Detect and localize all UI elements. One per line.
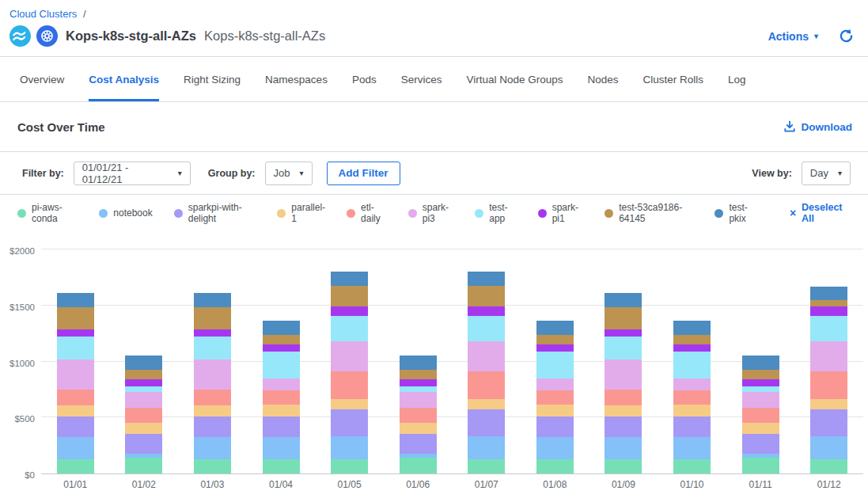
bar-segment-test-53ca9186-64145[interactable] <box>742 370 779 379</box>
bar-segment-pi-aws-conda[interactable] <box>400 458 437 473</box>
bar-segment-pi-aws-conda[interactable] <box>810 459 847 473</box>
bar-segment-test-53ca9186-64145[interactable] <box>468 286 505 306</box>
bar-01/07[interactable] <box>468 272 505 473</box>
bar-segment-pi-aws-conda[interactable] <box>673 459 711 473</box>
bar-segment-test-app[interactable] <box>605 337 642 359</box>
bar-segment-test-53ca9186-64145[interactable] <box>263 335 300 344</box>
tab-right-sizing[interactable]: Right Sizing <box>184 57 241 101</box>
bar-segment-spark-pi3[interactable] <box>810 341 847 371</box>
bar-segment-etl-daily[interactable] <box>605 390 642 406</box>
tab-services[interactable]: Services <box>401 57 442 101</box>
bar-segment-parallel-1[interactable] <box>605 405 642 416</box>
bar-segment-spark-pi3[interactable] <box>400 392 437 408</box>
tab-overview[interactable]: Overview <box>20 57 64 101</box>
bar-segment-etl-daily[interactable] <box>194 390 231 406</box>
bar-segment-test-app[interactable] <box>263 352 300 378</box>
bar-segment-notebook[interactable] <box>331 436 368 458</box>
bar-segment-parallel-1[interactable] <box>536 405 574 416</box>
legend-item-test-pkix[interactable]: test-pkix <box>714 202 757 224</box>
legend-item-parallel-1[interactable]: parallel-1 <box>277 202 325 224</box>
bar-segment-etl-daily[interactable] <box>125 408 162 424</box>
bar-segment-pi-aws-conda[interactable] <box>605 459 642 473</box>
bar-segment-parallel-1[interactable] <box>194 405 231 416</box>
bar-01/03[interactable] <box>194 293 231 473</box>
bar-segment-spark-pi3[interactable] <box>263 378 300 390</box>
legend-item-etl-daily[interactable]: etl-daily <box>347 202 387 224</box>
bar-segment-parallel-1[interactable] <box>673 405 711 416</box>
bar-segment-sparkpi-with-delight[interactable] <box>605 416 642 437</box>
bar-segment-parallel-1[interactable] <box>125 423 162 434</box>
bar-segment-notebook[interactable] <box>57 437 94 459</box>
bar-segment-test-pkix[interactable] <box>331 272 368 286</box>
bar-segment-notebook[interactable] <box>468 436 505 458</box>
legend-item-sparkpi-with-delight[interactable]: sparkpi-with-delight <box>174 202 256 224</box>
legend-item-spark-pi1[interactable]: spark-pi1 <box>538 202 584 224</box>
legend-item-pi-aws-conda[interactable]: pi-aws-conda <box>17 202 78 224</box>
legend-item-test-53ca9186-64145[interactable]: test-53ca9186-64145 <box>605 202 693 224</box>
bar-segment-sparkpi-with-delight[interactable] <box>742 434 779 453</box>
bar-segment-test-app[interactable] <box>810 316 847 342</box>
bar-segment-notebook[interactable] <box>673 437 711 459</box>
bar-segment-sparkpi-with-delight[interactable] <box>57 416 94 437</box>
bar-segment-spark-pi3[interactable] <box>57 359 94 390</box>
bar-segment-parallel-1[interactable] <box>57 405 94 416</box>
bar-segment-sparkpi-with-delight[interactable] <box>263 416 300 437</box>
bar-01/01[interactable] <box>57 293 94 473</box>
bar-segment-test-53ca9186-64145[interactable] <box>605 307 642 329</box>
group-by-dropdown[interactable]: Job ▾ <box>265 162 313 185</box>
bar-segment-spark-pi1[interactable] <box>810 306 847 315</box>
bar-segment-sparkpi-with-delight[interactable] <box>468 409 505 436</box>
tab-pods[interactable]: Pods <box>352 57 377 101</box>
bar-segment-parallel-1[interactable] <box>468 399 505 409</box>
bar-segment-sparkpi-with-delight[interactable] <box>331 409 368 436</box>
bar-segment-test-pkix[interactable] <box>605 293 642 307</box>
bar-segment-test-pkix[interactable] <box>742 356 779 370</box>
bar-segment-etl-daily[interactable] <box>263 390 300 405</box>
bar-segment-pi-aws-conda[interactable] <box>125 458 162 473</box>
bar-segment-spark-pi1[interactable] <box>194 329 231 337</box>
bar-01/12[interactable] <box>810 287 847 473</box>
bar-segment-etl-daily[interactable] <box>810 371 847 399</box>
bar-segment-spark-pi3[interactable] <box>331 341 368 371</box>
bar-segment-pi-aws-conda[interactable] <box>468 459 505 473</box>
bar-segment-pi-aws-conda[interactable] <box>536 459 574 473</box>
view-by-dropdown[interactable]: Day ▾ <box>802 162 851 185</box>
bar-segment-sparkpi-with-delight[interactable] <box>400 434 437 453</box>
bar-segment-spark-pi1[interactable] <box>400 379 437 386</box>
bar-segment-etl-daily[interactable] <box>400 408 437 424</box>
bar-01/08[interactable] <box>536 321 574 473</box>
bar-segment-test-pkix[interactable] <box>536 321 574 335</box>
bar-segment-spark-pi3[interactable] <box>468 341 505 371</box>
bar-segment-test-53ca9186-64145[interactable] <box>673 335 711 344</box>
bar-segment-pi-aws-conda[interactable] <box>742 458 779 473</box>
bar-01/10[interactable] <box>673 321 711 473</box>
tab-cluster-rolls[interactable]: Cluster Rolls <box>643 57 704 101</box>
bar-segment-spark-pi3[interactable] <box>673 378 711 390</box>
bar-segment-notebook[interactable] <box>605 437 642 459</box>
bar-segment-etl-daily[interactable] <box>742 408 779 424</box>
bar-segment-sparkpi-with-delight[interactable] <box>673 416 711 437</box>
bar-segment-test-app[interactable] <box>468 316 505 342</box>
bar-01/06[interactable] <box>400 356 437 473</box>
bar-segment-spark-pi1[interactable] <box>673 344 711 352</box>
bar-segment-sparkpi-with-delight[interactable] <box>810 409 847 436</box>
bar-segment-spark-pi3[interactable] <box>742 392 779 408</box>
tab-cost-analysis[interactable]: Cost Analysis <box>89 57 159 101</box>
bar-segment-notebook[interactable] <box>536 437 574 459</box>
bar-segment-etl-daily[interactable] <box>673 390 711 405</box>
breadcrumb-link-cloud-clusters[interactable]: Cloud Clusters <box>9 8 77 20</box>
bar-01/05[interactable] <box>331 272 368 473</box>
bar-segment-spark-pi1[interactable] <box>57 329 94 337</box>
bar-segment-test-53ca9186-64145[interactable] <box>536 335 574 344</box>
date-range-dropdown[interactable]: 01/01/21 - 01/12/21 ▾ <box>74 162 191 185</box>
bar-segment-spark-pi3[interactable] <box>194 359 231 390</box>
bar-segment-spark-pi1[interactable] <box>125 379 162 386</box>
bar-segment-test-pkix[interactable] <box>57 293 94 307</box>
tab-namespaces[interactable]: Namespaces <box>265 57 328 101</box>
bar-segment-spark-pi1[interactable] <box>263 344 300 352</box>
bar-segment-test-pkix[interactable] <box>263 321 300 335</box>
bar-segment-etl-daily[interactable] <box>331 371 368 399</box>
refresh-icon[interactable] <box>839 29 854 44</box>
legend-item-notebook[interactable]: notebook <box>99 207 152 219</box>
bar-segment-test-app[interactable] <box>194 337 231 359</box>
